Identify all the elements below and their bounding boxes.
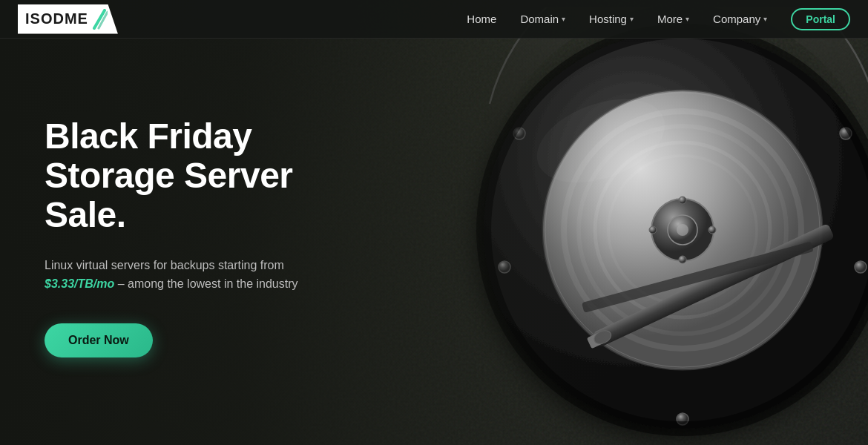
- chevron-down-icon: ▾: [685, 15, 689, 23]
- nav-item-portal[interactable]: Portal: [782, 8, 850, 30]
- hero-desc-prefix: Linux virtual servers for backups starti…: [45, 259, 284, 271]
- hero-section: Black Friday Storage Server Sale. Linux …: [0, 0, 868, 445]
- hero-title: Black Friday Storage Server Sale.: [45, 117, 341, 234]
- nav-links: Home Domain ▾ Hosting ▾ More ▾ Company ▾: [458, 8, 850, 30]
- nav-link-more[interactable]: More ▾: [648, 8, 698, 30]
- nav-item-company[interactable]: Company ▾: [704, 8, 776, 30]
- nav-link-home[interactable]: Home: [458, 8, 505, 30]
- hero-content: Black Friday Storage Server Sale. Linux …: [0, 58, 386, 387]
- chevron-down-icon: ▾: [630, 15, 634, 23]
- hero-description: Linux virtual servers for backups starti…: [45, 256, 326, 294]
- nav-item-more[interactable]: More ▾: [648, 8, 698, 30]
- hero-desc-suffix: – among the lowest in the industry: [114, 277, 297, 290]
- nav-link-domain[interactable]: Domain ▾: [511, 8, 574, 30]
- portal-button[interactable]: Portal: [791, 8, 850, 30]
- nav-link-company[interactable]: Company ▾: [704, 8, 776, 30]
- brand-name: ISODME: [25, 10, 88, 27]
- nav-link-hosting[interactable]: Hosting ▾: [580, 8, 642, 30]
- nav-item-hosting[interactable]: Hosting ▾: [580, 8, 642, 30]
- chevron-down-icon: ▾: [763, 15, 767, 23]
- navbar: ISODME Home Domain ▾ Hosting ▾: [0, 0, 868, 39]
- chevron-down-icon: ▾: [562, 15, 565, 23]
- logo-area[interactable]: ISODME: [18, 4, 118, 34]
- price-highlight: $3.33/TB/mo: [45, 277, 114, 290]
- logo-slash-icon: [91, 9, 108, 30]
- nav-item-domain[interactable]: Domain ▾: [511, 8, 574, 30]
- order-now-button[interactable]: Order Now: [45, 323, 153, 357]
- logo-box: ISODME: [18, 4, 118, 34]
- nav-item-home[interactable]: Home: [458, 8, 505, 30]
